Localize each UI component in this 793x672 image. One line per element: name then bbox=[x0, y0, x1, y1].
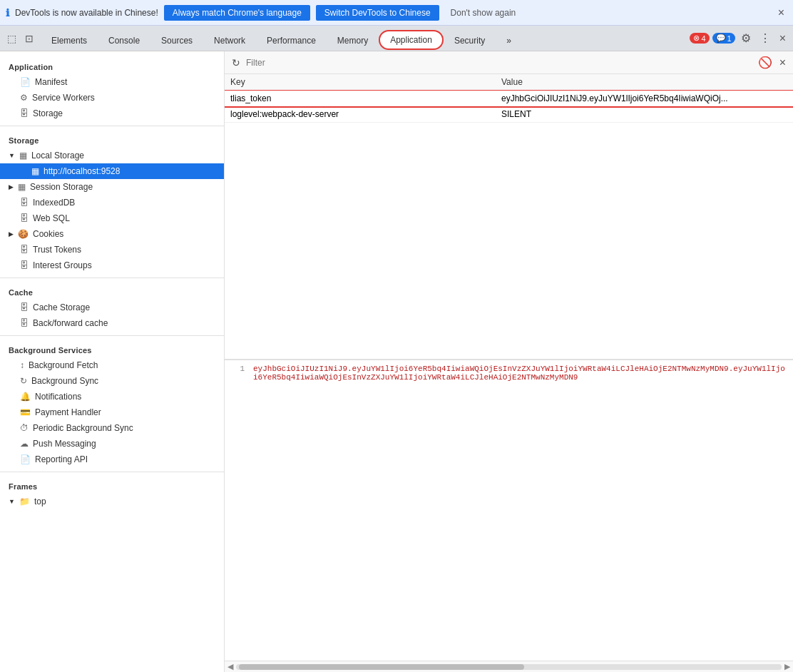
sidebar-item-reporting-api[interactable]: 📄 Reporting API bbox=[0, 452, 224, 467]
trust-tokens-icon: 🗄 bbox=[20, 245, 29, 255]
scroll-right-arrow[interactable]: ▶ bbox=[782, 662, 790, 671]
no-entry-button[interactable]: 🚫 bbox=[757, 56, 774, 69]
sidebar-item-cache-storage[interactable]: 🗄 Cache Storage bbox=[0, 300, 224, 315]
sidebar-item-cookies[interactable]: ▶ 🍪 Cookies bbox=[0, 226, 224, 242]
sidebar-item-manifest[interactable]: 📄 Manifest bbox=[0, 74, 224, 90]
localhost-label: http://localhost:9528 bbox=[44, 166, 120, 176]
more-options-button[interactable]: ⋮ bbox=[757, 30, 774, 46]
sidebar-item-payment-handler[interactable]: 💳 Payment Handler bbox=[0, 404, 224, 420]
key-header: Key bbox=[225, 74, 496, 91]
dont-show-button[interactable]: Don't show again bbox=[445, 5, 522, 21]
notifications-label: Notifications bbox=[35, 392, 81, 402]
scroll-left-arrow[interactable]: ◀ bbox=[227, 662, 236, 671]
sidebar-item-local-storage[interactable]: ▼ ▦ Local Storage bbox=[0, 148, 224, 163]
table-cell-key: tlias_token bbox=[225, 91, 496, 107]
manifest-label: Manifest bbox=[35, 77, 67, 87]
sidebar-item-session-storage[interactable]: ▶ ▦ Session Storage bbox=[0, 179, 224, 195]
table-wrapper: Key Value tlias_token eyJhbGciOiJIUzI1Ni… bbox=[225, 74, 793, 672]
indexeddb-icon: 🗄 bbox=[20, 198, 29, 208]
error-badge[interactable]: ⊗ 4 bbox=[690, 33, 709, 44]
close-devtools-button[interactable]: × bbox=[777, 31, 789, 46]
value-line: 1 eyJhbGciOiJIUzI1NiJ9.eyJuYW1lIjoi6YeR5… bbox=[225, 363, 793, 383]
tab-console[interactable]: Console bbox=[98, 29, 150, 51]
tab-bar: ⬚ ⊡ Elements Console Sources Network Per… bbox=[0, 26, 793, 51]
value-preview[interactable]: 1 eyJhbGciOiJIUzI1NiJ9.eyJuYW1lIjoi6YeR5… bbox=[225, 360, 793, 661]
sidebar-item-indexeddb[interactable]: 🗄 IndexedDB bbox=[0, 195, 224, 210]
sidebar-item-top-frame[interactable]: ▼ 📁 top bbox=[0, 494, 224, 509]
table-row[interactable]: loglevel:webpack-dev-server SILENT bbox=[225, 106, 793, 123]
reporting-api-icon: 📄 bbox=[20, 454, 31, 464]
sidebar-item-push-messaging[interactable]: ☁ Push Messaging bbox=[0, 436, 224, 452]
service-workers-label: Service Workers bbox=[32, 93, 95, 103]
back-forward-cache-icon: 🗄 bbox=[20, 318, 29, 328]
indexeddb-label: IndexedDB bbox=[33, 198, 75, 208]
refresh-button[interactable]: ↻ bbox=[230, 56, 242, 70]
sidebar-item-trust-tokens[interactable]: 🗄 Trust Tokens bbox=[0, 242, 224, 258]
tab-performance[interactable]: Performance bbox=[256, 29, 327, 51]
payment-handler-icon: 💳 bbox=[20, 407, 31, 417]
content-toolbar: ↻ 🚫 × bbox=[225, 51, 793, 74]
scrollbar-area: ◀ ▶ bbox=[225, 661, 793, 672]
sidebar-item-background-sync[interactable]: ↻ Background Sync bbox=[0, 373, 224, 389]
info-message: DevTools is now available in Chinese! bbox=[15, 8, 158, 18]
error-count: 4 bbox=[701, 34, 705, 43]
tab-more[interactable]: » bbox=[496, 29, 522, 51]
interest-groups-icon: 🗄 bbox=[20, 260, 29, 270]
tab-network[interactable]: Network bbox=[203, 29, 256, 51]
sidebar-item-localhost-9528[interactable]: ▦ http://localhost:9528 bbox=[0, 163, 224, 179]
tab-sources[interactable]: Sources bbox=[150, 29, 203, 51]
tab-memory[interactable]: Memory bbox=[327, 29, 379, 51]
sidebar-item-notifications[interactable]: 🔔 Notifications bbox=[0, 389, 224, 404]
periodic-bg-sync-label: Periodic Background Sync bbox=[33, 423, 133, 433]
value-content: eyJhbGciOiJIUzI1NiJ9.eyJuYW1lIjoi6YeR5bq… bbox=[253, 365, 787, 382]
info-icon: ℹ bbox=[6, 7, 9, 19]
console-icon: 💬 bbox=[716, 34, 726, 43]
sidebar-section-storage: Storage bbox=[0, 131, 224, 148]
storage-app-icon: 🗄 bbox=[20, 108, 29, 118]
session-storage-triangle: ▶ bbox=[9, 183, 14, 190]
sidebar-section-cache: Cache bbox=[0, 282, 224, 300]
top-frame-icon: 📁 bbox=[19, 497, 30, 506]
tab-application[interactable]: Application bbox=[379, 30, 444, 50]
local-storage-table: Key Value tlias_token eyJhbGciOiJIUzI1Ni… bbox=[225, 74, 793, 123]
clear-filter-button[interactable]: × bbox=[778, 56, 787, 69]
cache-storage-icon: 🗄 bbox=[20, 302, 29, 312]
background-fetch-label: Background Fetch bbox=[29, 360, 98, 370]
tab-security[interactable]: Security bbox=[444, 29, 496, 51]
cookies-label: Cookies bbox=[33, 229, 63, 239]
dock-icon[interactable]: ⬚ bbox=[4, 31, 19, 46]
sidebar-item-web-sql[interactable]: 🗄 Web SQL bbox=[0, 210, 224, 226]
service-workers-icon: ⚙ bbox=[20, 93, 28, 103]
sidebar-item-service-workers[interactable]: ⚙ Service Workers bbox=[0, 90, 224, 106]
sidebar-item-back-forward-cache[interactable]: 🗄 Back/forward cache bbox=[0, 315, 224, 331]
periodic-bg-sync-icon: ⏱ bbox=[20, 423, 29, 433]
value-header: Value bbox=[496, 74, 793, 91]
sidebar-item-periodic-bg-sync[interactable]: ⏱ Periodic Background Sync bbox=[0, 420, 224, 436]
sidebar-item-interest-groups[interactable]: 🗄 Interest Groups bbox=[0, 258, 224, 273]
sidebar-item-background-fetch[interactable]: ↕ Background Fetch bbox=[0, 357, 224, 373]
switch-devtools-button[interactable]: Switch DevTools to Chinese bbox=[316, 5, 439, 21]
console-badge[interactable]: 💬 1 bbox=[712, 33, 735, 44]
table-container[interactable]: Key Value tlias_token eyJhbGciOiJIUzI1Ni… bbox=[225, 74, 793, 360]
local-storage-triangle: ▼ bbox=[9, 152, 15, 159]
info-bar-close-button[interactable]: × bbox=[775, 6, 787, 19]
web-sql-label: Web SQL bbox=[33, 213, 70, 223]
settings-button[interactable]: ⚙ bbox=[738, 30, 754, 46]
notifications-icon: 🔔 bbox=[20, 392, 31, 402]
localhost-icon: ▦ bbox=[31, 166, 39, 176]
tab-elements[interactable]: Elements bbox=[41, 29, 98, 51]
manifest-icon: 📄 bbox=[20, 77, 31, 87]
sidebar-section-frames: Frames bbox=[0, 477, 224, 494]
trust-tokens-label: Trust Tokens bbox=[33, 245, 81, 255]
storage-app-label: Storage bbox=[33, 108, 63, 118]
filter-input[interactable] bbox=[246, 58, 752, 68]
push-messaging-icon: ☁ bbox=[20, 439, 29, 449]
session-storage-label: Session Storage bbox=[30, 182, 93, 192]
always-match-button[interactable]: Always match Chrome's language bbox=[164, 5, 310, 21]
table-row[interactable]: tlias_token eyJhbGciOiJIUzI1NiJ9.eyJuYW1… bbox=[225, 91, 793, 107]
horizontal-scrollbar[interactable] bbox=[236, 664, 782, 670]
scrollbar-thumb[interactable] bbox=[239, 664, 524, 670]
sidebar-item-storage-app[interactable]: 🗄 Storage bbox=[0, 106, 224, 121]
info-bar: ℹ DevTools is now available in Chinese! … bbox=[0, 0, 793, 26]
inspect-icon[interactable]: ⊡ bbox=[22, 31, 36, 46]
